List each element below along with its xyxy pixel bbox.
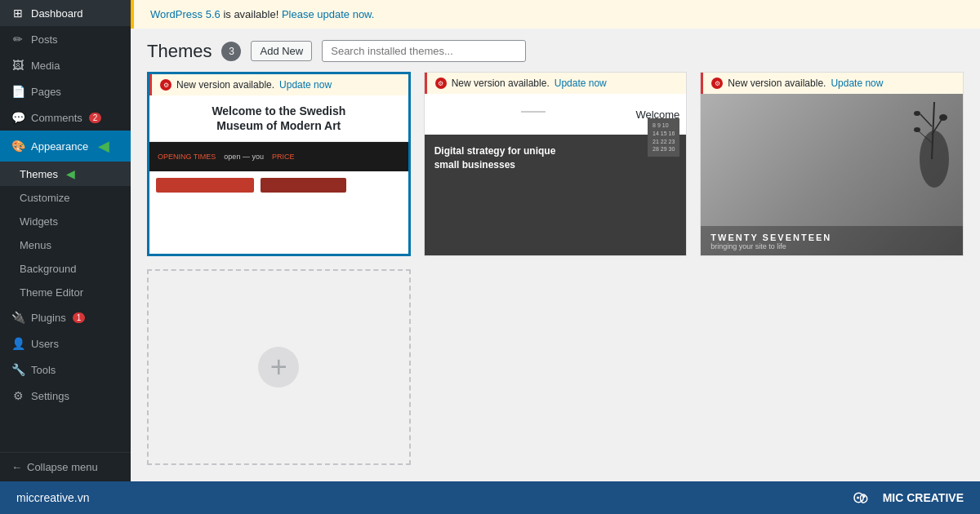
twenty-twenty-preview: Welcome to the SwedishMuseum of Modern A… (149, 95, 408, 256)
sidebar-item-settings[interactable]: ⚙ Settings (0, 383, 131, 409)
wp-icon-3: ⚙ (711, 78, 723, 89)
sidebar-item-media[interactable]: 🖼 Media (0, 52, 131, 78)
update-notice-text: is available! (223, 8, 282, 20)
footer-left-text: miccreative.vn (16, 491, 89, 504)
sidebar-item-themes[interactable]: Themes ◀ (0, 162, 131, 186)
sidebar-item-label: Appearance (31, 140, 88, 153)
themes-count: 3 (221, 42, 241, 61)
footer-right: MIC CREATIVE (852, 490, 964, 506)
sidebar-item-label: Pages (31, 86, 61, 98)
sidebar-item-theme-editor[interactable]: Theme Editor (0, 281, 131, 304)
plugins-icon: 🔌 (11, 311, 24, 324)
sidebar-item-background[interactable]: Background (0, 257, 131, 281)
appearance-icon: 🎨 (11, 140, 24, 153)
dashboard-icon: ⊞ (11, 7, 24, 20)
tools-icon: 🔧 (11, 363, 24, 376)
sidebar-item-menus[interactable]: Menus (0, 233, 131, 257)
sidebar-item-label: Users (31, 338, 59, 350)
posts-icon: ✏ (11, 33, 24, 46)
sidebar-item-label: Dashboard (31, 7, 83, 20)
update-link-3[interactable]: Update now (831, 78, 883, 89)
theme-card-twenty-nineteen: ⚙ New version available. Update now Welc… (424, 72, 688, 256)
update-text-3: New version available. (728, 78, 826, 89)
footer-right-text: MIC CREATIVE (883, 491, 964, 504)
sidebar-item-tools[interactable]: 🔧 Tools (0, 357, 131, 383)
tt-pink-2 (261, 178, 346, 193)
tt-pink-1 (156, 178, 254, 193)
update-notice: WordPress 5.6 is available! Please updat… (131, 0, 980, 29)
add-theme-card[interactable]: + (147, 269, 411, 465)
collapse-label: Collapse menu (27, 461, 98, 473)
svg-point-9 (862, 495, 865, 498)
wp-icon-1: ⚙ (160, 79, 172, 91)
tn-heading: Digital strategy for unique small busine… (434, 144, 580, 172)
sidebar: ⊞ Dashboard ✏ Posts 🖼 Media 📄 Pages 💬 Co… (0, 0, 131, 481)
themes-title: Themes (147, 41, 212, 62)
search-input[interactable] (322, 40, 526, 62)
sidebar-item-label: Themes (20, 168, 58, 180)
appearance-arrow: ◀ (98, 137, 109, 155)
users-icon: 👤 (11, 337, 24, 350)
update-banner-1: ⚙ New version available. Update now (149, 74, 408, 95)
svg-line-2 (920, 114, 932, 126)
main-content: WordPress 5.6 is available! Please updat… (131, 0, 980, 481)
comments-badge: 2 (89, 113, 102, 123)
sidebar-item-label: Tools (31, 364, 56, 376)
update-text-2: New version available. (452, 78, 550, 89)
svg-point-7 (914, 127, 920, 132)
sidebar-item-customize[interactable]: Customize (0, 186, 131, 210)
sidebar-item-widgets[interactable]: Widgets (0, 210, 131, 233)
sidebar-item-pages[interactable]: 📄 Pages (0, 78, 131, 104)
sidebar-item-label: Settings (31, 390, 69, 402)
update-text-1: New version available. (176, 79, 274, 91)
ts-overlay: TWENTY SEVENTEEN bringing your site to l… (701, 226, 963, 256)
sidebar-item-label: Customize (20, 192, 69, 204)
collapse-menu-button[interactable]: ← Collapse menu (0, 452, 131, 481)
sidebar-item-appearance[interactable]: 🎨 Appearance ◀ (0, 131, 131, 162)
plant-decoration (914, 94, 955, 200)
twenty-nineteen-preview: Welcome Digital strategy for unique smal… (425, 94, 687, 256)
update-link-1[interactable]: Update now (279, 79, 332, 91)
themes-grid: ⚙ New version available. Update now Welc… (131, 72, 980, 481)
theme-card-twenty-seventeen: ⚙ New version available. Update now (700, 72, 964, 256)
sidebar-item-label: Widgets (20, 215, 58, 228)
tt-title: Welcome to the SwedishMuseum of Modern A… (161, 104, 397, 133)
sidebar-item-plugins[interactable]: 🔌 Plugins 1 (0, 304, 131, 330)
add-theme-plus-icon: + (258, 347, 299, 388)
svg-point-8 (857, 497, 859, 499)
sidebar-item-label: Theme Editor (20, 286, 83, 299)
settings-icon: ⚙ (11, 389, 24, 402)
sidebar-item-label: Posts (31, 33, 58, 46)
wp-icon-2: ⚙ (435, 78, 447, 89)
sidebar-item-label: Menus (20, 239, 51, 251)
ts-sub: bringing your site to life (710, 242, 953, 250)
footer: miccreative.vn MIC CREATIVE (0, 481, 980, 514)
update-banner-3: ⚙ New version available. Update now (701, 73, 963, 94)
theme-card-twenty-twenty: ⚙ New version available. Update now Welc… (147, 72, 411, 256)
svg-point-6 (939, 114, 947, 121)
pages-icon: 📄 (11, 85, 24, 98)
sidebar-item-label: Plugins (31, 312, 66, 324)
update-link-2[interactable]: Update now (555, 78, 607, 89)
sidebar-item-users[interactable]: 👤 Users (0, 330, 131, 357)
update-now-link[interactable]: Please update now. (282, 8, 374, 20)
comments-icon: 💬 (11, 111, 24, 124)
themes-arrow: ◀ (66, 167, 75, 180)
calendar-widget: 8 9 1014 15 1621 22 2328 29 30 (648, 118, 679, 157)
wp-version-link[interactable]: WordPress 5.6 (150, 8, 220, 20)
media-icon: 🖼 (11, 59, 24, 72)
sidebar-item-label: Background (20, 263, 76, 275)
sidebar-item-comments[interactable]: 💬 Comments 2 (0, 104, 131, 131)
sidebar-item-label: Comments (31, 112, 82, 124)
sidebar-item-dashboard[interactable]: ⊞ Dashboard (0, 0, 131, 26)
sidebar-item-label: Media (31, 60, 60, 72)
add-new-button[interactable]: Add New (251, 41, 312, 61)
twenty-seventeen-preview: TWENTY SEVENTEEN bringing your site to l… (701, 94, 963, 256)
themes-header: Themes 3 Add New (131, 29, 980, 72)
mic-creative-logo-icon (852, 490, 876, 506)
svg-point-5 (914, 111, 920, 116)
update-banner-2: ⚙ New version available. Update now (425, 73, 687, 94)
plugins-badge: 1 (73, 312, 86, 323)
sidebar-item-posts[interactable]: ✏ Posts (0, 26, 131, 52)
ts-logo: TWENTY SEVENTEEN (710, 233, 953, 242)
